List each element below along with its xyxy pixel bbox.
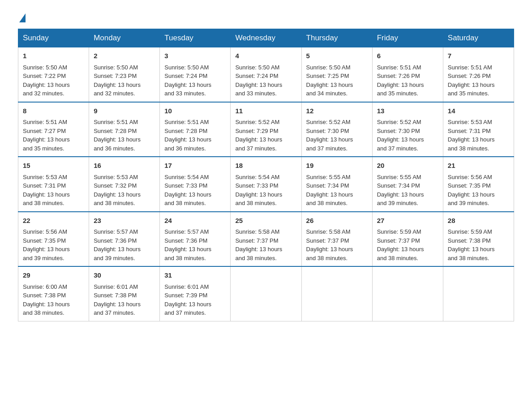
calendar-cell: 15Sunrise: 5:53 AMSunset: 7:31 PMDayligh… xyxy=(18,157,89,212)
calendar-cell: 26Sunrise: 5:58 AMSunset: 7:37 PMDayligh… xyxy=(301,212,372,267)
logo-text xyxy=(18,13,27,22)
day-info: Sunrise: 5:56 AMSunset: 7:35 PMDaylight:… xyxy=(23,227,84,262)
calendar-cell: 28Sunrise: 5:59 AMSunset: 7:38 PMDayligh… xyxy=(443,212,514,267)
day-info: Sunrise: 5:50 AMSunset: 7:24 PMDaylight:… xyxy=(164,63,226,98)
weekday-header-sunday: Sunday xyxy=(18,29,89,47)
day-info: Sunrise: 5:59 AMSunset: 7:38 PMDaylight:… xyxy=(448,227,509,262)
calendar-cell: 10Sunrise: 5:51 AMSunset: 7:28 PMDayligh… xyxy=(160,102,231,157)
day-number: 6 xyxy=(377,51,438,61)
day-info: Sunrise: 5:52 AMSunset: 7:30 PMDaylight:… xyxy=(306,118,368,153)
day-number: 26 xyxy=(306,216,368,226)
calendar-week-row: 29Sunrise: 6:00 AMSunset: 7:38 PMDayligh… xyxy=(18,266,514,321)
day-number: 11 xyxy=(235,106,296,116)
day-info: Sunrise: 5:51 AMSunset: 7:26 PMDaylight:… xyxy=(448,63,509,98)
day-number: 17 xyxy=(164,161,226,171)
calendar-week-row: 8Sunrise: 5:51 AMSunset: 7:27 PMDaylight… xyxy=(18,102,514,157)
day-number: 24 xyxy=(164,216,226,226)
weekday-header-wednesday: Wednesday xyxy=(231,29,301,47)
day-number: 28 xyxy=(448,216,509,226)
day-info: Sunrise: 5:55 AMSunset: 7:34 PMDaylight:… xyxy=(306,173,368,208)
day-info: Sunrise: 5:50 AMSunset: 7:25 PMDaylight:… xyxy=(306,63,368,98)
day-info: Sunrise: 5:50 AMSunset: 7:24 PMDaylight:… xyxy=(235,63,296,98)
calendar-cell: 29Sunrise: 6:00 AMSunset: 7:38 PMDayligh… xyxy=(18,266,89,321)
calendar-table: SundayMondayTuesdayWednesdayThursdayFrid… xyxy=(18,29,514,321)
day-number: 8 xyxy=(23,106,84,116)
day-info: Sunrise: 5:58 AMSunset: 7:37 PMDaylight:… xyxy=(235,227,296,262)
calendar-cell: 8Sunrise: 5:51 AMSunset: 7:27 PMDaylight… xyxy=(18,102,89,157)
day-info: Sunrise: 5:53 AMSunset: 7:32 PMDaylight:… xyxy=(94,173,155,208)
calendar-cell: 27Sunrise: 5:59 AMSunset: 7:37 PMDayligh… xyxy=(372,212,443,267)
calendar-cell: 6Sunrise: 5:51 AMSunset: 7:26 PMDaylight… xyxy=(372,47,443,102)
day-info: Sunrise: 5:51 AMSunset: 7:28 PMDaylight:… xyxy=(164,118,226,153)
weekday-header-friday: Friday xyxy=(372,29,443,47)
calendar-cell: 11Sunrise: 5:52 AMSunset: 7:29 PMDayligh… xyxy=(231,102,301,157)
calendar-cell xyxy=(443,266,514,321)
calendar-week-row: 15Sunrise: 5:53 AMSunset: 7:31 PMDayligh… xyxy=(18,157,514,212)
calendar-header-row: SundayMondayTuesdayWednesdayThursdayFrid… xyxy=(18,29,514,47)
day-number: 2 xyxy=(94,51,155,61)
day-number: 31 xyxy=(164,270,226,281)
day-number: 16 xyxy=(94,161,155,171)
day-info: Sunrise: 6:01 AMSunset: 7:38 PMDaylight:… xyxy=(94,283,155,317)
day-number: 25 xyxy=(235,216,296,226)
day-number: 4 xyxy=(235,51,296,61)
weekday-header-tuesday: Tuesday xyxy=(160,29,231,47)
weekday-header-saturday: Saturday xyxy=(443,29,514,47)
day-info: Sunrise: 5:50 AMSunset: 7:22 PMDaylight:… xyxy=(23,63,84,98)
day-number: 7 xyxy=(448,51,509,61)
day-number: 5 xyxy=(306,51,368,61)
day-number: 29 xyxy=(23,270,84,281)
day-number: 30 xyxy=(94,270,155,281)
calendar-cell: 25Sunrise: 5:58 AMSunset: 7:37 PMDayligh… xyxy=(231,212,301,267)
calendar-cell: 22Sunrise: 5:56 AMSunset: 7:35 PMDayligh… xyxy=(18,212,89,267)
calendar-cell: 16Sunrise: 5:53 AMSunset: 7:32 PMDayligh… xyxy=(89,157,160,212)
calendar-cell: 1Sunrise: 5:50 AMSunset: 7:22 PMDaylight… xyxy=(18,47,89,102)
logo xyxy=(18,13,27,20)
calendar-cell: 4Sunrise: 5:50 AMSunset: 7:24 PMDaylight… xyxy=(231,47,301,102)
calendar-cell xyxy=(372,266,443,321)
calendar-cell: 23Sunrise: 5:57 AMSunset: 7:36 PMDayligh… xyxy=(89,212,160,267)
day-info: Sunrise: 5:52 AMSunset: 7:29 PMDaylight:… xyxy=(235,118,296,153)
day-number: 19 xyxy=(306,161,368,171)
day-number: 14 xyxy=(448,106,509,116)
day-info: Sunrise: 5:50 AMSunset: 7:23 PMDaylight:… xyxy=(94,63,155,98)
calendar-cell: 14Sunrise: 5:53 AMSunset: 7:31 PMDayligh… xyxy=(443,102,514,157)
day-info: Sunrise: 5:51 AMSunset: 7:27 PMDaylight:… xyxy=(23,118,84,153)
day-number: 15 xyxy=(23,161,84,171)
calendar-cell: 2Sunrise: 5:50 AMSunset: 7:23 PMDaylight… xyxy=(89,47,160,102)
day-info: Sunrise: 5:53 AMSunset: 7:31 PMDaylight:… xyxy=(448,118,509,153)
calendar-cell: 24Sunrise: 5:57 AMSunset: 7:36 PMDayligh… xyxy=(160,212,231,267)
day-number: 13 xyxy=(377,106,438,116)
calendar-cell: 7Sunrise: 5:51 AMSunset: 7:26 PMDaylight… xyxy=(443,47,514,102)
day-number: 23 xyxy=(94,216,155,226)
calendar-cell: 21Sunrise: 5:56 AMSunset: 7:35 PMDayligh… xyxy=(443,157,514,212)
calendar-cell: 18Sunrise: 5:54 AMSunset: 7:33 PMDayligh… xyxy=(231,157,301,212)
day-info: Sunrise: 5:53 AMSunset: 7:31 PMDaylight:… xyxy=(23,173,84,208)
calendar-cell xyxy=(301,266,372,321)
page-header xyxy=(18,13,514,20)
day-info: Sunrise: 6:00 AMSunset: 7:38 PMDaylight:… xyxy=(23,283,84,317)
calendar-cell: 20Sunrise: 5:55 AMSunset: 7:34 PMDayligh… xyxy=(372,157,443,212)
day-info: Sunrise: 5:51 AMSunset: 7:26 PMDaylight:… xyxy=(377,63,438,98)
calendar-cell: 13Sunrise: 5:52 AMSunset: 7:30 PMDayligh… xyxy=(372,102,443,157)
day-number: 3 xyxy=(164,51,226,61)
day-number: 1 xyxy=(23,51,84,61)
calendar-cell: 17Sunrise: 5:54 AMSunset: 7:33 PMDayligh… xyxy=(160,157,231,212)
calendar-week-row: 22Sunrise: 5:56 AMSunset: 7:35 PMDayligh… xyxy=(18,212,514,267)
calendar-cell xyxy=(231,266,301,321)
day-info: Sunrise: 5:54 AMSunset: 7:33 PMDaylight:… xyxy=(235,173,296,208)
calendar-cell: 12Sunrise: 5:52 AMSunset: 7:30 PMDayligh… xyxy=(301,102,372,157)
logo-triangle-icon xyxy=(19,13,26,22)
day-info: Sunrise: 5:51 AMSunset: 7:28 PMDaylight:… xyxy=(94,118,155,153)
day-info: Sunrise: 5:59 AMSunset: 7:37 PMDaylight:… xyxy=(377,227,438,262)
day-number: 20 xyxy=(377,161,438,171)
day-number: 22 xyxy=(23,216,84,226)
day-number: 12 xyxy=(306,106,368,116)
calendar-cell: 5Sunrise: 5:50 AMSunset: 7:25 PMDaylight… xyxy=(301,47,372,102)
day-number: 10 xyxy=(164,106,226,116)
day-info: Sunrise: 5:58 AMSunset: 7:37 PMDaylight:… xyxy=(306,227,368,262)
calendar-cell: 9Sunrise: 5:51 AMSunset: 7:28 PMDaylight… xyxy=(89,102,160,157)
calendar-cell: 31Sunrise: 6:01 AMSunset: 7:39 PMDayligh… xyxy=(160,266,231,321)
calendar-cell: 19Sunrise: 5:55 AMSunset: 7:34 PMDayligh… xyxy=(301,157,372,212)
day-info: Sunrise: 6:01 AMSunset: 7:39 PMDaylight:… xyxy=(164,283,226,317)
